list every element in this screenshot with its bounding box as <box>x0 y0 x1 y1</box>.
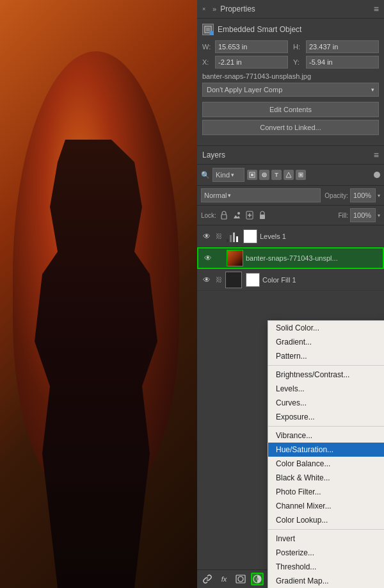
y-value[interactable]: -5.94 in <box>306 56 379 69</box>
link-layers-button[interactable] <box>201 573 214 585</box>
layer-visibility-fill[interactable]: 👁 <box>201 274 212 286</box>
right-panel: × » Properties ≡ Embedded Smart Object W… <box>197 0 384 588</box>
layer-comp-label: Don't Apply Layer Comp <box>207 86 282 94</box>
properties-panel-header: × » Properties ≡ <box>197 0 384 19</box>
svg-rect-13 <box>230 235 232 242</box>
menu-item-curves[interactable]: Curves... <box>268 396 384 410</box>
menu-item-photo-filter[interactable]: Photo Filter... <box>268 485 384 499</box>
fill-thumbnail-color <box>226 272 241 288</box>
menu-item-black-white[interactable]: Black & White... <box>268 471 384 485</box>
filter-toggle-dot[interactable] <box>374 172 380 178</box>
filename-text: banter-snaps-771043-unsplash.jpg <box>202 72 311 80</box>
chevron-down-icon: ▾ <box>371 86 374 93</box>
lock-image-icon[interactable] <box>232 210 242 220</box>
header-left: × » Properties <box>202 4 255 13</box>
lock-artboard-icon[interactable] <box>257 210 268 220</box>
edit-contents-button[interactable]: Edit Contents <box>202 102 379 117</box>
layer-visibility-photo[interactable]: 👁 <box>202 252 214 264</box>
smart-filter-icon[interactable] <box>296 170 306 180</box>
search-icon: 🔍 <box>201 171 210 179</box>
layer-link-levels: ⛓ <box>215 233 223 240</box>
menu-item-posterize[interactable]: Posterize... <box>268 546 384 560</box>
chain-icon: ⛓ <box>216 276 222 283</box>
lock-position-icon[interactable] <box>244 210 255 220</box>
blend-mode-value: Normal <box>204 192 227 199</box>
layer-name-levels: Levels 1 <box>260 233 380 240</box>
kind-chevron-icon: ▾ <box>231 172 234 178</box>
expand-icon[interactable]: » <box>212 5 216 13</box>
layer-name-photo: banter-snaps-771043-unspl... <box>246 254 379 262</box>
xy-row: X: -2.21 in Y: -5.94 in <box>202 56 379 69</box>
svg-rect-3 <box>251 174 253 176</box>
x-label: X: <box>202 58 212 66</box>
menu-item-levels[interactable]: Levels... <box>268 382 384 396</box>
opacity-label: Opacity: <box>324 192 348 199</box>
eye-icon: 👁 <box>203 275 211 284</box>
menu-item-solid-color[interactable]: Solid Color... <box>268 321 384 335</box>
properties-title: Properties <box>220 4 255 13</box>
layer-row-levels[interactable]: 👁 ⛓ Levels 1 <box>197 225 384 247</box>
svg-point-17 <box>238 576 243 582</box>
menu-item-brightness-contrast[interactable]: Brightness/Contrast... <box>268 368 384 382</box>
menu-item-channel-mixer[interactable]: Channel Mixer... <box>268 499 384 513</box>
chain-icon: ⛓ <box>216 233 222 240</box>
menu-item-invert[interactable]: Invert <box>268 532 384 546</box>
height-label: H: <box>293 43 303 51</box>
new-adjustment-layer-button[interactable] <box>251 573 264 585</box>
add-mask-button[interactable] <box>234 573 247 585</box>
menu-item-exposure[interactable]: Exposure... <box>268 410 384 424</box>
svg-point-9 <box>237 212 240 215</box>
svg-rect-8 <box>221 215 227 219</box>
opacity-chevron-icon: ▾ <box>378 193 380 199</box>
close-button[interactable]: × <box>202 6 209 12</box>
fill-mask-thumbnail <box>246 273 260 287</box>
adjust-filter-icon[interactable] <box>259 170 269 180</box>
menu-separator-3 <box>268 529 384 530</box>
layer-effects-button[interactable]: fx <box>218 573 230 585</box>
menu-item-gradient[interactable]: Gradient... <box>268 335 384 349</box>
layer-comp-dropdown[interactable]: Don't Apply Layer Comp ▾ <box>202 83 379 97</box>
fill-label: Fill: <box>338 212 348 219</box>
adjustment-dropdown-menu: Solid Color... Gradient... Pattern... Br… <box>268 320 384 588</box>
menu-item-pattern[interactable]: Pattern... <box>268 349 384 363</box>
lock-label: Lock: <box>201 212 216 219</box>
menu-item-color-balance[interactable]: Color Balance... <box>268 457 384 471</box>
width-value[interactable]: 15.653 in <box>215 40 288 53</box>
layer-row-photo[interactable]: 👁 banter-snaps-771043-unspl... <box>197 247 384 269</box>
fill-input[interactable]: 100% <box>350 208 376 222</box>
smart-object-row: Embedded Smart Object <box>202 24 379 35</box>
y-label: Y: <box>293 58 303 66</box>
layer-visibility-levels[interactable]: 👁 <box>201 231 212 242</box>
layers-header: Layers ≡ <box>197 146 384 165</box>
menu-item-gradient-map[interactable]: Gradient Map... <box>268 574 384 588</box>
width-label: W: <box>202 43 212 51</box>
kind-label: Kind <box>216 171 230 179</box>
menu-item-color-lookup[interactable]: Color Lookup... <box>268 513 384 527</box>
svg-rect-12 <box>227 239 228 242</box>
background-photo <box>0 0 197 588</box>
type-filter-icon[interactable]: T <box>271 170 282 180</box>
fill-thumbnail <box>225 272 242 288</box>
layer-row-fill[interactable]: 👁 ⛓ Color Fill 1 <box>197 269 384 291</box>
fill-row: Fill: 100% ▾ <box>338 208 380 222</box>
x-value[interactable]: -2.21 in <box>215 56 288 69</box>
convert-linked-button[interactable]: Convert to Linked... <box>202 120 379 135</box>
pixel-filter-icon[interactable] <box>247 170 257 180</box>
menu-item-hue-saturation[interactable]: Hue/Saturation... <box>268 443 384 457</box>
blend-mode-dropdown[interactable]: Normal ▾ <box>201 188 321 202</box>
menu-separator-2 <box>268 426 384 427</box>
lock-transparent-icon[interactable] <box>219 210 229 220</box>
levels-mask-thumbnail <box>243 229 257 243</box>
photo-thumbnail-image <box>227 250 243 266</box>
height-value[interactable]: 23.437 in <box>306 40 379 53</box>
layers-menu-icon[interactable]: ≡ <box>374 150 379 160</box>
menu-item-vibrance[interactable]: Vibrance... <box>268 429 384 443</box>
kind-filter-dropdown[interactable]: Kind ▾ <box>212 168 244 182</box>
shape-filter-icon[interactable] <box>284 170 294 180</box>
menu-item-threshold[interactable]: Threshold... <box>268 560 384 574</box>
svg-rect-14 <box>233 233 235 242</box>
opacity-input[interactable]: 100% <box>350 188 376 202</box>
svg-rect-1 <box>206 28 210 31</box>
properties-panel: × » Properties ≡ Embedded Smart Object W… <box>197 0 384 146</box>
panel-menu-icon[interactable]: ≡ <box>374 4 379 14</box>
